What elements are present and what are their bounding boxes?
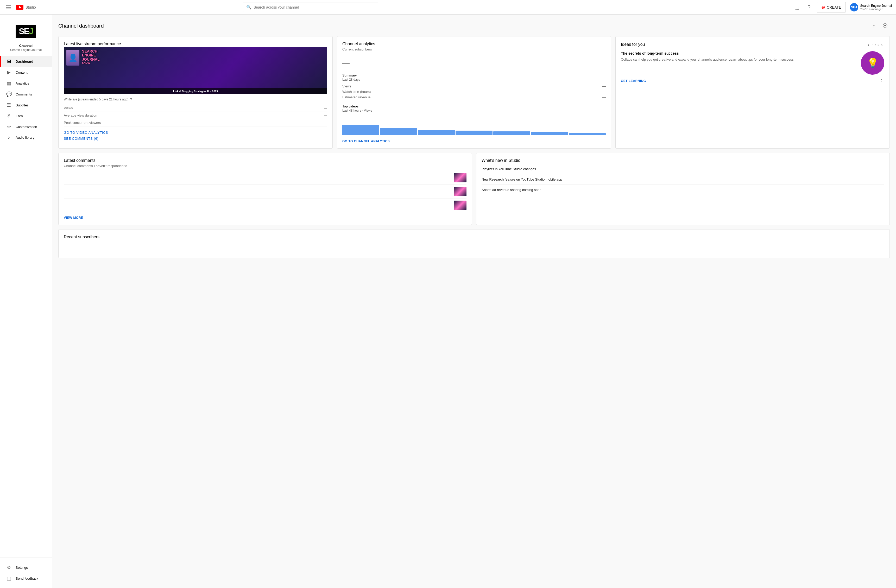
account-area[interactable]: SEJ Search Engine Journal You're a manag…	[850, 3, 892, 11]
sidebar-item-dashboard[interactable]: ⊞ Dashboard	[0, 56, 52, 67]
comment-thumb-2	[454, 187, 466, 196]
header-actions: ↑ ⦿	[870, 21, 890, 31]
youtube-icon	[16, 5, 23, 10]
go-to-video-analytics-link[interactable]: GO TO VIDEO ANALYTICS	[64, 131, 108, 135]
sidebar-item-earn[interactable]: $ Earn	[0, 111, 52, 121]
subscribers-content: —	[64, 240, 884, 253]
stream-help-icon[interactable]: ?	[130, 97, 132, 102]
sidebar-item-label: Subtitles	[15, 103, 29, 107]
lightbulb-icon: 💡	[867, 58, 879, 68]
stream-stats: Views— Average view duration— Peak concu…	[64, 105, 327, 126]
whats-new-card: What's new in Studio Playlists in YouTub…	[476, 153, 890, 225]
sidebar-item-comments[interactable]: 💬 Comments	[0, 89, 52, 100]
news-item-3: Shorts ad revenue sharing coming soon	[482, 185, 884, 195]
analytics-icon: ▦	[6, 81, 11, 86]
analytics-summary: Summary Last 28 days Views— Watch time (…	[342, 70, 606, 100]
earn-icon: $	[6, 113, 11, 119]
account-name: Search Engine Journal	[860, 4, 892, 8]
whats-new-title: What's new in Studio	[482, 158, 884, 163]
customization-icon: ✏	[6, 124, 11, 129]
comment-item-2: —	[64, 185, 466, 199]
comment-item-3: —	[64, 199, 466, 212]
sidebar: SEJ Channel Search Engine Journal ⊞ Dash…	[0, 15, 52, 264]
sidebar-item-customization[interactable]: ✏ Customization	[0, 121, 52, 132]
sidebar-item-analytics[interactable]: ▦ Analytics	[0, 78, 52, 89]
idea-description: Collabs can help you get creative and ex…	[621, 57, 857, 62]
channel-analytics-card: Channel analytics Current subscribers — …	[337, 36, 611, 149]
prev-page-button[interactable]: ‹	[866, 42, 871, 48]
avatar: SEJ	[850, 3, 858, 11]
search-icon: 🔍	[246, 5, 251, 10]
top-videos-title: Top videos Last 48 hours · Views	[342, 104, 372, 114]
account-role: You're a manager	[860, 8, 892, 11]
summary-row-views: Views—	[342, 84, 606, 89]
captions-icon-btn[interactable]: ⬚	[792, 2, 802, 12]
create-button[interactable]: ⊕ CREATE	[817, 2, 846, 12]
stream-stat-views: Views—	[64, 105, 327, 112]
live-stream-title: Latest live stream performance	[64, 42, 327, 46]
upload-icon-btn[interactable]: ↑	[870, 21, 877, 31]
youtube-logo	[16, 5, 23, 10]
channel-info: SEJ Channel Search Engine Journal	[0, 15, 52, 56]
idea-text: The secrets of long-term success Collabs…	[621, 51, 857, 62]
comment-item-1: —	[64, 171, 466, 185]
dashboard-icon: ⊞	[6, 59, 11, 64]
pagination: ‹ 1 / 3 ›	[866, 42, 884, 48]
logo-area: Studio	[16, 5, 36, 10]
sidebar-item-label: Customization	[15, 125, 37, 129]
create-plus-icon: ⊕	[821, 5, 825, 10]
sidebar-item-audio-library[interactable]: ♪ Audio library	[0, 132, 52, 143]
news-item-2: New Research feature on YouTube Studio m…	[482, 174, 884, 185]
help-icon-btn[interactable]: ?	[806, 2, 813, 12]
latest-comments-card: Latest comments Channel comments I haven…	[58, 153, 472, 225]
analytics-card-subtitle: Current subscribers	[342, 47, 606, 51]
summary-title: Summary	[342, 73, 606, 77]
top-videos-block: Top videos Last 48 hours · Views	[342, 101, 606, 137]
comment-thumb-3	[454, 201, 466, 210]
sidebar-item-label: Comments	[15, 93, 32, 96]
channel-logo: SEJ	[15, 21, 37, 42]
ideas-title: Ideas for you	[621, 42, 645, 47]
ideas-for-you-card: Ideas for you ‹ 1 / 3 › The secrets of l…	[616, 36, 890, 149]
content-icon: ▶	[6, 70, 11, 75]
ideas-more-button[interactable]: ⋮	[879, 78, 884, 84]
broadcast-icon-btn[interactable]: ⦿	[881, 21, 890, 31]
stream-info: While live (stream ended 5 days 21 hours…	[64, 97, 327, 102]
page-indicator: 1 / 3	[872, 43, 879, 47]
summary-row-watchtime: Watch time (hours)—	[342, 89, 606, 94]
stream-stat-avg-duration: Average view duration—	[64, 112, 327, 119]
idea-footer: GET LEARNING ⋮	[621, 78, 884, 84]
sidebar-item-content[interactable]: ▶ Content	[0, 67, 52, 78]
nav-items: ⊞ Dashboard ▶ Content ▦ Analytics 💬 Comm…	[0, 56, 52, 264]
search-input[interactable]	[253, 5, 375, 9]
idea-heading: The secrets of long-term success	[621, 51, 857, 55]
comments-card-subtitle: Channel comments I haven't responded to	[64, 164, 466, 168]
hamburger-menu[interactable]	[4, 3, 13, 11]
stream-stat-peak-viewers: Peak concurrent viewers—	[64, 119, 327, 126]
idea-image: 💡	[861, 51, 884, 74]
search-bar[interactable]: 🔍	[243, 3, 378, 12]
view-more-comments-link[interactable]: VIEW MORE	[64, 216, 83, 220]
subscribers-card-title: Recent subscribers	[64, 235, 884, 239]
comment-text-1: —	[64, 173, 451, 177]
logo-green-text: J	[29, 27, 33, 36]
sidebar-item-subtitles[interactable]: ☰ Subtitles	[0, 100, 52, 111]
comments-icon: 💬	[6, 91, 11, 97]
go-to-channel-analytics-link[interactable]: GO TO CHANNEL ANALYTICS	[342, 140, 390, 143]
stream-text-overlay: SEARCH ENGINE JOURNAL SHOW	[82, 49, 325, 64]
sidebar-item-label: Earn	[15, 114, 23, 118]
create-label: CREATE	[827, 5, 841, 9]
stream-thumbnail-bg: 👤 SEARCH ENGINE JOURNAL SHOW Link & Blog…	[64, 47, 327, 94]
subtitles-icon: ☰	[6, 102, 11, 108]
stream-title-overlay: Link & Blogging Strategies For 2023	[173, 90, 218, 93]
comment-text-3: —	[64, 201, 451, 205]
next-page-button[interactable]: ›	[879, 42, 884, 48]
stream-thumbnail: 👤 SEARCH ENGINE JOURNAL SHOW Link & Blog…	[64, 47, 327, 94]
get-learning-link[interactable]: GET LEARNING	[621, 79, 646, 83]
top-videos-chart	[342, 116, 606, 137]
summary-row-revenue: Estimated revenue—	[342, 94, 606, 100]
sidebar-item-label: Analytics	[15, 81, 29, 85]
sidebar-item-label: Audio library	[15, 135, 34, 140]
see-comments-link[interactable]: SEE COMMENTS (6)	[64, 137, 98, 140]
ideas-header: Ideas for you ‹ 1 / 3 ›	[621, 42, 884, 48]
